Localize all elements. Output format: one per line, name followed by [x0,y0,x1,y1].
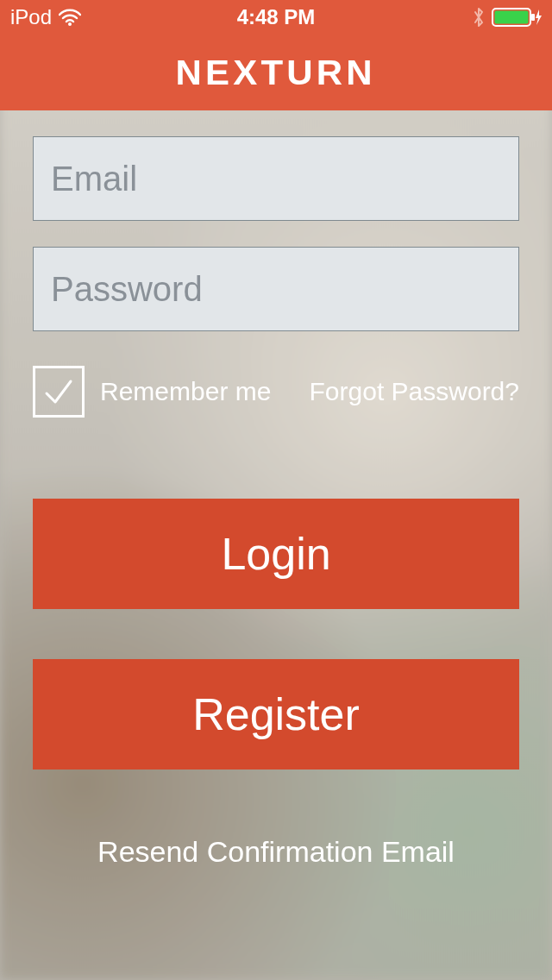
bluetooth-icon [473,7,485,28]
svg-rect-3 [531,14,535,21]
email-field[interactable] [33,136,519,221]
resend-confirmation-link[interactable]: Resend Confirmation Email [33,835,519,869]
app-logo-text: NEXTURN [176,53,376,92]
status-bar: iPod 4:48 PM [0,0,552,35]
remember-me-checkbox[interactable] [33,366,85,418]
clock: 4:48 PM [0,5,552,29]
forgot-password-link[interactable]: Forgot Password? [310,377,519,406]
password-field[interactable] [33,247,519,331]
battery-icon [492,7,542,28]
login-form: Remember me Forgot Password? Login Regis… [0,110,552,869]
wifi-icon [59,9,81,26]
remember-me-label: Remember me [100,377,271,406]
checkmark-icon [40,373,78,411]
svg-point-0 [68,22,72,26]
register-button[interactable]: Register [33,659,519,770]
app-header: NEXTURN [0,35,552,110]
svg-rect-2 [495,11,529,24]
login-button[interactable]: Login [33,499,519,609]
device-label: iPod [10,5,52,29]
